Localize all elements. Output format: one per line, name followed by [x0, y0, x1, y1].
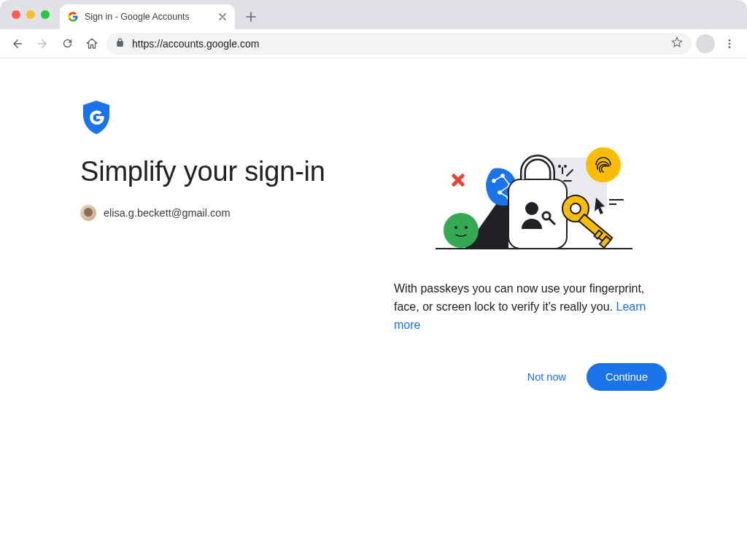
right-column: With passkeys you can now use your finge…	[394, 99, 667, 391]
account-avatar	[80, 205, 96, 221]
browser-chrome: Sign in - Google Accounts h	[0, 0, 747, 58]
window-minimize-button[interactable]	[26, 10, 35, 19]
browser-tab[interactable]: Sign in - Google Accounts	[60, 4, 235, 29]
description-body: With passkeys you can now use your finge…	[394, 282, 644, 313]
svg-point-8	[454, 226, 457, 229]
forward-button[interactable]	[32, 34, 53, 54]
browser-toolbar: https://accounts.google.com	[0, 29, 747, 58]
content-area: Simplify your sign-in elisa.g.beckett@gm…	[0, 58, 747, 391]
svg-point-7	[444, 213, 479, 248]
window-controls	[12, 10, 50, 19]
account-chip[interactable]: elisa.g.beckett@gmail.com	[80, 205, 394, 221]
svg-point-1	[729, 42, 731, 44]
profile-avatar-button[interactable]	[696, 34, 715, 53]
page-headline: Simplify your sign-in	[80, 156, 394, 187]
new-tab-button[interactable]	[241, 7, 261, 27]
titlebar: Sign in - Google Accounts	[0, 0, 747, 29]
left-column: Simplify your sign-in elisa.g.beckett@gm…	[80, 99, 394, 391]
svg-point-6	[564, 165, 567, 168]
address-bar[interactable]: https://accounts.google.com	[107, 33, 692, 55]
svg-point-0	[729, 39, 731, 42]
google-favicon-icon	[67, 11, 79, 23]
svg-rect-15	[508, 179, 567, 249]
description-text: With passkeys you can now use your finge…	[394, 280, 667, 334]
tab-title: Sign in - Google Accounts	[85, 12, 190, 22]
svg-point-5	[558, 165, 561, 168]
account-email: elisa.g.beckett@gmail.com	[104, 207, 230, 219]
action-row: Not now Continue	[394, 363, 667, 391]
continue-button[interactable]: Continue	[587, 363, 667, 391]
svg-point-16	[525, 202, 538, 215]
back-button[interactable]	[7, 34, 28, 54]
svg-point-25	[570, 203, 581, 214]
window-zoom-button[interactable]	[41, 10, 50, 19]
window-close-button[interactable]	[12, 10, 20, 19]
svg-point-9	[465, 226, 468, 229]
browser-menu-button[interactable]	[719, 34, 740, 54]
google-shield-icon	[80, 99, 112, 136]
tab-strip: Sign in - Google Accounts	[60, 0, 261, 29]
not-now-button[interactable]: Not now	[525, 364, 569, 390]
tab-close-button[interactable]	[217, 12, 228, 22]
url-text: https://accounts.google.com	[132, 38, 664, 50]
lock-icon	[115, 38, 125, 50]
reload-button[interactable]	[57, 34, 77, 54]
svg-point-2	[729, 46, 731, 48]
bookmark-star-icon[interactable]	[671, 36, 683, 50]
home-button[interactable]	[82, 34, 102, 54]
passkey-illustration	[394, 99, 667, 260]
